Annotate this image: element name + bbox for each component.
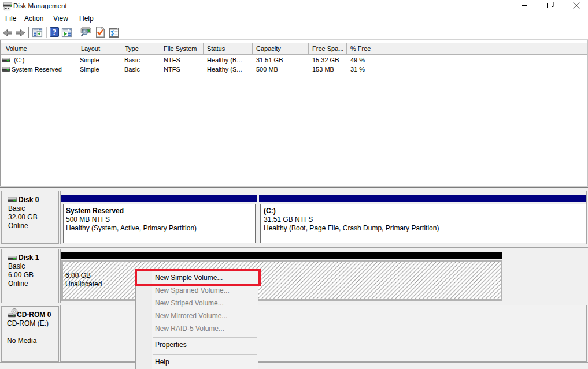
svg-text:?: ? [53,28,57,37]
